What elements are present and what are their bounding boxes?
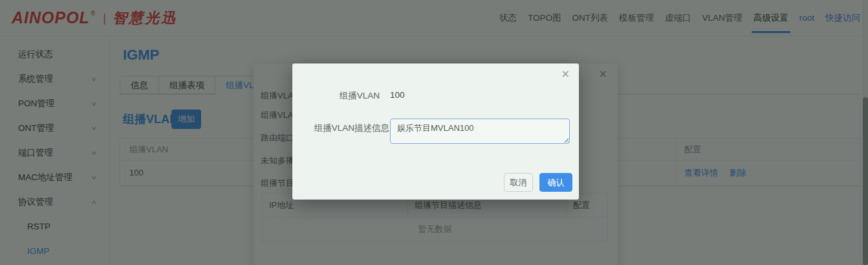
close-icon[interactable]: ✕ — [561, 69, 570, 80]
edit-dialog: ✕ 组播VLAN 100 组播VLAN描述信息 娱乐节目MVLAN100 取消 … — [292, 63, 579, 200]
description-label: 组播VLAN描述信息 — [292, 122, 389, 134]
confirm-button[interactable]: 确认 — [539, 173, 572, 192]
description-textarea[interactable]: 娱乐节目MVLAN100 — [390, 119, 570, 144]
app-root: AINOPOL ® | 智慧光迅 状态 TOPO图 ONT列表 模板管理 虚端口… — [0, 0, 868, 265]
vlan-label: 组播VLAN — [292, 90, 380, 102]
vlan-value: 100 — [390, 90, 405, 100]
cancel-button[interactable]: 取消 — [504, 173, 533, 192]
description-field-wrap: 娱乐节目MVLAN100 — [390, 119, 570, 144]
